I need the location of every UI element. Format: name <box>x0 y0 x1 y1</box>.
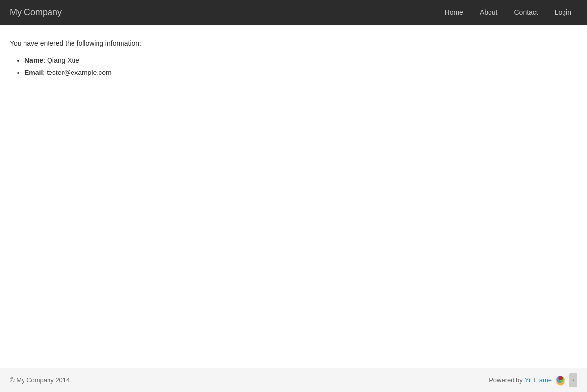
powered-by-text: Powered by <box>489 376 523 384</box>
navbar: My Company Home About Contact Login <box>0 0 587 24</box>
navbar-brand[interactable]: My Company <box>10 7 62 18</box>
footer: © My Company 2014 Powered by Yii Frame › <box>0 368 587 392</box>
footer-powered: Powered by Yii Frame › <box>489 373 577 387</box>
main-content: You have entered the following informati… <box>0 24 587 368</box>
list-item-name: Name: Qiang Xue <box>24 54 577 67</box>
name-label: Name <box>24 56 43 64</box>
info-list: Name: Qiang Xue Email: tester@example.co… <box>10 54 577 79</box>
yii-link[interactable]: Yii Frame <box>525 376 552 384</box>
list-item-email: Email: tester@example.com <box>24 67 577 79</box>
nav-link-home[interactable]: Home <box>439 4 469 20</box>
yii-link-text: Yii Frame <box>525 376 552 384</box>
email-separator: : <box>43 69 47 76</box>
scroll-arrow-icon[interactable]: › <box>569 373 577 387</box>
nav-link-contact[interactable]: Contact <box>508 4 543 20</box>
nav-item-home: Home <box>439 8 469 16</box>
email-value: tester@example.com <box>47 69 111 76</box>
footer-copyright: © My Company 2014 <box>10 376 70 384</box>
intro-text: You have entered the following informati… <box>10 39 577 47</box>
nav-link-about[interactable]: About <box>474 4 504 20</box>
svg-point-3 <box>559 376 563 380</box>
name-value: Qiang Xue <box>47 56 79 64</box>
nav-item-contact: Contact <box>508 8 543 16</box>
navbar-nav: Home About Contact Login <box>439 8 577 16</box>
nav-link-login[interactable]: Login <box>549 4 577 20</box>
yii-logo-icon <box>554 373 567 387</box>
name-separator: : <box>43 56 47 64</box>
nav-item-login: Login <box>549 8 577 16</box>
email-label: Email <box>24 69 43 76</box>
nav-item-about: About <box>474 8 504 16</box>
